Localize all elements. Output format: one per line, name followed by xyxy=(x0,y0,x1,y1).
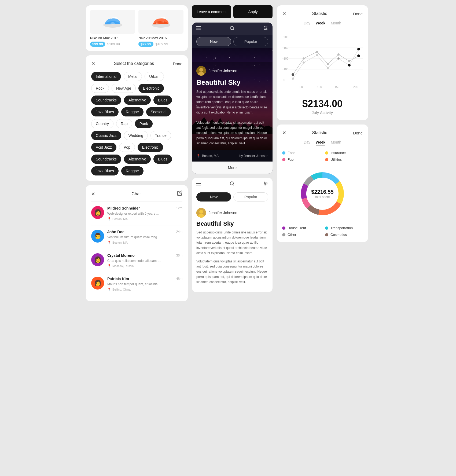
chat-close-icon[interactable]: ✕ xyxy=(91,191,95,197)
svg-point-41 xyxy=(292,73,294,76)
tag-acid-jazz-18[interactable]: Acid Jazz xyxy=(91,143,116,152)
svg-point-15 xyxy=(199,68,203,72)
chat-title: Chat xyxy=(132,192,141,196)
legend-item-fuel: Fuel xyxy=(282,158,320,162)
chat-desc-3: Mauris non tempor quam, et lacinia sapie… xyxy=(107,282,161,287)
donut-segment-0 xyxy=(322,172,340,184)
product-name-2: Nike Air Max 2016 xyxy=(138,36,183,40)
search-icon-light[interactable] xyxy=(230,181,234,187)
tag-blues-8[interactable]: Blues xyxy=(153,96,172,105)
tag-punk-14[interactable]: Punk xyxy=(135,119,153,128)
donut-period-day[interactable]: Day xyxy=(304,140,310,145)
product-item-1[interactable]: Nike Air Max 2016 $99.99 $109.99 xyxy=(90,10,135,47)
legend-dot-food xyxy=(282,151,285,155)
donut-header: ✕ Statistic Done xyxy=(282,130,363,136)
period-tab-day[interactable]: Day xyxy=(304,21,310,26)
svg-text:150: 150 xyxy=(334,85,339,89)
tag-reggae-25[interactable]: Reggae xyxy=(121,166,144,175)
product-image-1 xyxy=(90,10,135,34)
legend-dot-fuel xyxy=(282,158,285,161)
donut-close-icon[interactable]: ✕ xyxy=(282,130,286,136)
edit-icon[interactable] xyxy=(177,191,182,197)
stat-done-button[interactable]: Done xyxy=(353,12,363,16)
tag-trance-17[interactable]: Trance xyxy=(150,131,171,140)
svg-point-53 xyxy=(348,64,351,67)
leave-comment-button[interactable]: Leave a comment xyxy=(192,5,231,18)
chat-item-0[interactable]: 👩 Mildred Schneider 12m Web-designer exp… xyxy=(91,202,182,225)
legend-dot-transportation xyxy=(325,226,328,230)
tag-electronic-5[interactable]: Electronic xyxy=(138,84,164,93)
tag-jazz-blues-24[interactable]: Jazz Blues xyxy=(91,166,119,175)
chat-name-0: Mildred Schneider xyxy=(107,206,140,210)
tag-country-12[interactable]: Country xyxy=(91,119,113,128)
line-chart-svg: 200 150 100 100 0 xyxy=(282,32,363,91)
tag-international-0[interactable]: International xyxy=(91,72,121,81)
chat-content-0: Mildred Schneider 12m Web-designer exper… xyxy=(107,206,182,221)
donut-done-button[interactable]: Done xyxy=(353,131,363,135)
chat-avatar-3: 👩 xyxy=(91,277,104,290)
tag-pop-19[interactable]: Pop xyxy=(119,143,135,152)
article-light-tabs: New Popular xyxy=(192,190,273,204)
svg-point-52 xyxy=(337,57,340,60)
legend-item-other: Other xyxy=(282,233,320,237)
svg-point-1 xyxy=(111,22,115,24)
tag-rap-13[interactable]: Rap xyxy=(116,119,132,128)
tag-metal-1[interactable]: Metal xyxy=(124,72,142,81)
filter-icon[interactable] xyxy=(263,26,268,32)
done-button[interactable]: Done xyxy=(173,61,182,66)
product-item-2[interactable]: Nike Air Max 2016 $99.99 $109.99 xyxy=(138,10,183,47)
chat-item-2[interactable]: 👩 Crystal Moreno 36m Cras quis nulla com… xyxy=(91,249,182,273)
legend-dot-insurance xyxy=(325,151,328,155)
donut-chart-container: $2216.55 total spent xyxy=(296,167,349,221)
article-author-row: Jennifer Johnson xyxy=(196,66,268,76)
article-dark-topbar xyxy=(192,23,273,35)
chat-top-2: Crystal Moreno 36m xyxy=(107,253,182,258)
tag-jazz-blues-9[interactable]: Jazz Blues xyxy=(91,107,119,116)
tag-new-age-4[interactable]: New Age xyxy=(112,84,136,93)
svg-point-26 xyxy=(266,183,267,184)
article-location-dark: 📍 Boston, MA xyxy=(196,154,219,158)
chat-desc-0: Web-designer expert with 5 years experie… xyxy=(107,211,161,216)
price-badge-2: $99.99 xyxy=(138,42,153,47)
chat-item-1[interactable]: 👨 John Doe 24m Vestibulum rutrum quam vi… xyxy=(91,225,182,249)
tag-alternative-7[interactable]: Alternative xyxy=(124,96,151,105)
svg-point-11 xyxy=(264,26,265,27)
tag-urban-2[interactable]: Urban xyxy=(145,72,164,81)
article-body1-light: Sed ut perspiciatis unde omnis iste natu… xyxy=(196,230,268,256)
search-icon[interactable] xyxy=(230,26,234,32)
svg-point-42 xyxy=(303,57,305,60)
chat-item-3[interactable]: 👩 Patricia Kim 48m Mauris non tempor qua… xyxy=(91,272,182,296)
menu-icon[interactable] xyxy=(196,26,201,31)
close-icon[interactable]: ✕ xyxy=(91,61,95,67)
tag-rock-3[interactable]: Rock xyxy=(91,84,109,93)
article-content-light: Jennifer Johnson Beautiful Sky Sed ut pe… xyxy=(192,204,273,292)
tab-new-dark[interactable]: New xyxy=(196,37,231,46)
tag-soundtracks-21[interactable]: Soundtracks xyxy=(91,155,121,164)
chat-avatar-2: 👩 xyxy=(91,253,104,266)
period-tab-week[interactable]: Week xyxy=(316,21,325,26)
tag-seasonal-11[interactable]: Seasonal xyxy=(146,107,171,116)
menu-icon-light[interactable] xyxy=(196,182,201,186)
tag-electronic-20[interactable]: Electronic xyxy=(138,143,163,152)
tab-popular-light[interactable]: Popular xyxy=(233,192,268,202)
tag-blues-23[interactable]: Blues xyxy=(153,155,172,164)
tag-alternative-22[interactable]: Alternative xyxy=(124,155,151,164)
chat-card: ✕ Chat 👩 Mildred Schneider 12m Web-desig… xyxy=(86,185,188,301)
author-avatar-light xyxy=(196,208,206,218)
apply-button[interactable]: Apply xyxy=(233,5,273,18)
tag-wedding-16[interactable]: Wedding xyxy=(124,131,148,140)
tag-classic-jazz-15[interactable]: Classic Jazz xyxy=(91,131,121,140)
filter-icon-light[interactable] xyxy=(263,181,268,187)
donut-period-month[interactable]: Month xyxy=(331,140,341,145)
donut-title: Statistic xyxy=(312,130,327,135)
tab-new-light[interactable]: New xyxy=(196,192,231,202)
tag-soundtracks-6[interactable]: Soundtracks xyxy=(91,96,121,105)
svg-point-6 xyxy=(230,26,233,30)
tag-reggae-10[interactable]: Reggae xyxy=(121,107,144,116)
donut-period-week[interactable]: Week xyxy=(316,140,325,145)
tab-popular-dark[interactable]: Popular xyxy=(233,37,268,46)
more-button-dark[interactable]: More xyxy=(192,162,273,174)
stat-close-icon[interactable]: ✕ xyxy=(282,11,286,17)
donut-segment-1 xyxy=(336,181,344,204)
period-tab-month[interactable]: Month xyxy=(331,21,341,26)
